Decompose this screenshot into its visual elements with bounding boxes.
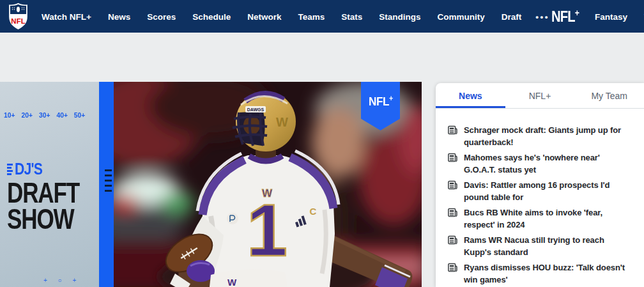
nav-item[interactable]: Stats: [341, 12, 362, 22]
news-headline: Davis: Rattler among 16 prospects I'd po…: [464, 179, 631, 203]
nav-item[interactable]: Schedule: [192, 12, 231, 22]
nav-item[interactable]: Watch NFL+: [42, 12, 91, 22]
bars-icon: [7, 164, 13, 175]
sidebar-tab[interactable]: NFL+: [505, 83, 575, 108]
draft-show-panel: 10+20+30+40+50+ DJ'S DRAFT SHOW + ○ +⌐ ×…: [0, 82, 99, 287]
news-headline: Bucs RB White aims to invoke 'fear, resp…: [464, 206, 631, 231]
nav-item[interactable]: Fantasy: [595, 12, 627, 22]
nflplus-logo[interactable]: NFL+: [551, 8, 579, 26]
sidebar-tabs: NewsNFL+My Team: [436, 83, 644, 109]
yard-markers: 10+20+30+40+50+: [4, 111, 85, 119]
nav-item[interactable]: Teams: [298, 12, 325, 22]
news-list-item[interactable]: Mahomes says he's 'nowhere near' G.O.A.T…: [447, 151, 631, 176]
newspaper-icon: [447, 125, 458, 136]
news-list: Schrager mock draft: Giants jump up for …: [436, 109, 644, 286]
nav-item[interactable]: Community: [438, 12, 485, 22]
newspaper-icon: [447, 152, 458, 163]
nav-item[interactable]: Standings: [379, 12, 420, 22]
pattern-row: + ○ +: [43, 275, 99, 287]
news-list-item[interactable]: Rams WR Nacua still trying to reach Kupp…: [447, 234, 631, 258]
nav-item[interactable]: Draft: [502, 12, 522, 22]
news-headline: Ryans dismisses HOU buzz: 'Talk doesn't …: [464, 261, 631, 286]
conference-patch: [227, 213, 238, 224]
tick-marks: [105, 169, 112, 192]
player-photo: W DAWGS 1 W C: [114, 82, 422, 287]
nfl-shield-logo[interactable]: NFL: [8, 3, 29, 30]
show-title: DJ'S DRAFT SHOW: [7, 160, 99, 232]
plus-icon: +: [389, 94, 393, 103]
newspaper-icon: [447, 235, 458, 245]
blue-accent-strip: [99, 82, 114, 287]
news-list-item[interactable]: Ryans dismisses HOU buzz: 'Talk doesn't …: [447, 261, 631, 286]
yard-marker: 10+: [4, 111, 15, 119]
news-sidebar-card: NewsNFL+My Team Schrager mock draft: Gia…: [436, 83, 644, 287]
yard-marker: 30+: [39, 111, 50, 119]
captain-patch: C: [310, 206, 317, 217]
sidebar-tab[interactable]: News: [436, 83, 505, 108]
chest-w-logo: W: [262, 187, 273, 199]
yard-marker: 40+: [56, 111, 68, 119]
more-menu-button[interactable]: •••: [535, 12, 549, 22]
yard-marker: 20+: [21, 111, 33, 119]
pants-w-logo: W: [227, 277, 237, 287]
helmet-bumper-text: DAWGS: [247, 107, 264, 112]
nfl-shield-text: NFL: [11, 17, 25, 25]
secondary-nav: FantasyTicketsOn LocationShop: [595, 11, 644, 22]
news-list-item[interactable]: Davis: Rattler among 16 prospects I'd po…: [447, 179, 631, 203]
news-headline: Schrager mock draft: Giants jump up for …: [464, 124, 631, 148]
news-list-item[interactable]: Schrager mock draft: Giants jump up for …: [447, 124, 631, 148]
yard-marker: 50+: [74, 111, 86, 119]
newspaper-icon: [447, 180, 458, 190]
newspaper-icon: [447, 262, 458, 273]
newspaper-icon: [447, 207, 458, 218]
jersey-number: 1: [247, 189, 288, 271]
news-headline: Mahomes says he's 'nowhere near' G.O.A.T…: [464, 151, 631, 176]
nav-item[interactable]: Scores: [147, 12, 176, 22]
sidebar-tab[interactable]: My Team: [574, 83, 644, 108]
primary-nav: Watch NFL+NewsScoresScheduleNetworkTeams…: [42, 11, 521, 22]
plus-icon: +: [575, 8, 579, 18]
news-headline: Rams WR Nacua still trying to reach Kupp…: [464, 234, 631, 258]
news-list-item[interactable]: Bucs RB White aims to invoke 'fear, resp…: [447, 206, 631, 231]
nav-item[interactable]: Network: [247, 12, 281, 22]
show-title-line3: SHOW: [7, 206, 79, 233]
decorative-pattern: + ○ +⌐ × ¬+ ○ +∟ × ∟: [43, 239, 99, 287]
show-title-line1: DJ'S: [15, 160, 42, 178]
nav-item[interactable]: News: [108, 12, 130, 22]
top-nav-bar: NFL Watch NFL+NewsScoresScheduleNetworkT…: [0, 0, 644, 33]
helmet-w-logo: W: [276, 115, 288, 129]
hero-draft-show-banner[interactable]: 10+20+30+40+50+ DJ'S DRAFT SHOW + ○ +⌐ ×…: [0, 82, 422, 287]
